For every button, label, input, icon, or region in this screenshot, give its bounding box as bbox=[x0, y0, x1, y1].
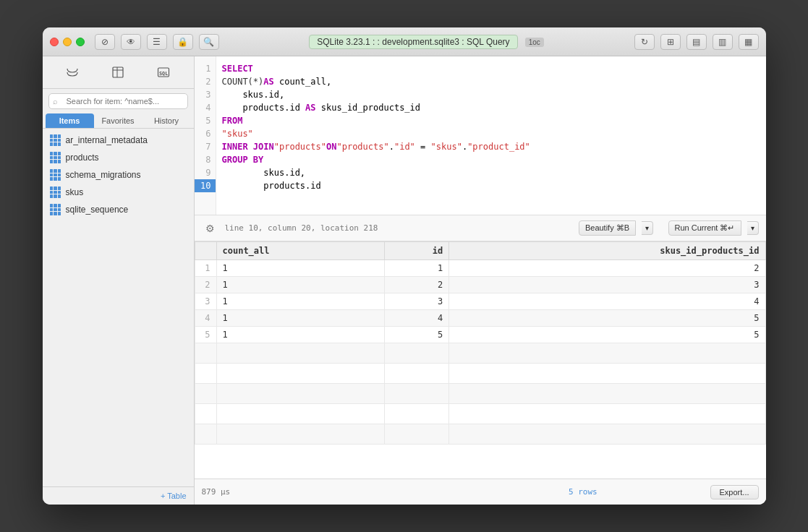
cell-id: 3 bbox=[385, 293, 449, 310]
minimize-button[interactable] bbox=[63, 38, 72, 46]
line-numbers: 1 2 3 4 5 6 7 8 9 10 bbox=[195, 56, 216, 215]
editor-status: line 10, column 20, location 218 bbox=[225, 223, 573, 233]
table-row: 2 1 2 3 bbox=[195, 277, 765, 293]
code-line-8: GROUP BY bbox=[222, 153, 760, 166]
bottom-bar: 879 μs 5 rows Export... bbox=[195, 479, 766, 505]
list-icon[interactable]: ☰ bbox=[147, 34, 167, 50]
search-input[interactable] bbox=[48, 93, 188, 109]
database-icon[interactable] bbox=[62, 62, 82, 82]
panel-right-icon[interactable]: ▦ bbox=[739, 34, 759, 50]
sidebar-item-products[interactable]: products bbox=[43, 149, 194, 166]
sidebar-bottom: + Table bbox=[43, 486, 194, 505]
table-grid-icon bbox=[50, 204, 61, 215]
table-row-empty bbox=[195, 384, 765, 404]
editor-area: 1 2 3 4 5 6 7 8 9 10 SELECT COUNT(*) AS … bbox=[195, 56, 766, 505]
cell-count-all: 1 bbox=[216, 277, 385, 293]
table-grid-icon bbox=[50, 169, 61, 181]
table-row: 1 1 1 2 bbox=[195, 260, 765, 277]
window-title: SQLite 3.23.1 : : development.sqlite3 : … bbox=[225, 35, 629, 49]
code-line-3: skus.id, bbox=[222, 88, 760, 101]
close-button[interactable] bbox=[50, 38, 59, 46]
code-line-4: products.id AS skus_id_products_id bbox=[222, 101, 760, 114]
cell-id: 2 bbox=[385, 277, 449, 293]
eye-icon[interactable]: 👁 bbox=[121, 34, 141, 50]
table-grid-icon bbox=[50, 152, 61, 163]
sql-icon[interactable]: SQL bbox=[153, 62, 174, 82]
main-window: ⊘ 👁 ☰ 🔒 🔍 SQLite 3.23.1 : : development.… bbox=[43, 27, 766, 505]
sidebar-item-sqlite-sequence[interactable]: sqlite_sequence bbox=[43, 201, 194, 218]
run-button[interactable]: Run Current ⌘↵ bbox=[668, 220, 741, 236]
sidebar-icon-row: SQL bbox=[43, 56, 194, 89]
circle-slash-icon[interactable]: ⊘ bbox=[95, 34, 115, 50]
col-header-id: id bbox=[385, 242, 449, 260]
cell-count-all: 1 bbox=[216, 327, 385, 343]
tab-history[interactable]: History bbox=[143, 113, 191, 128]
editor-statusbar: ⚙ line 10, column 20, location 218 Beaut… bbox=[195, 215, 766, 241]
line-num-8: 8 bbox=[195, 153, 216, 166]
sidebar-item-label: ar_internal_metadata bbox=[66, 135, 148, 145]
table-row-empty bbox=[195, 404, 765, 424]
beautify-button[interactable]: Beautify ⌘B bbox=[579, 220, 636, 236]
panel-bottom-icon[interactable]: ▥ bbox=[713, 34, 733, 50]
table-row: 4 1 4 5 bbox=[195, 310, 765, 327]
maximize-button[interactable] bbox=[76, 38, 85, 46]
cell-skus-id: 4 bbox=[449, 293, 765, 310]
code-line-1: SELECT bbox=[222, 62, 760, 75]
table-row: 5 1 5 5 bbox=[195, 327, 765, 343]
code-line-7: INNER JOIN "products" ON "products"."id"… bbox=[222, 140, 760, 153]
lock-icon[interactable]: 🔒 bbox=[173, 34, 193, 50]
search-icon[interactable]: 🔍 bbox=[199, 34, 219, 50]
row-num: 1 bbox=[195, 260, 216, 277]
cell-count-all: 1 bbox=[216, 310, 385, 327]
panel-left-icon[interactable]: ▤ bbox=[686, 34, 707, 50]
sidebar-item-label: schema_migrations bbox=[66, 170, 141, 180]
line-num-10: 10 bbox=[195, 179, 216, 192]
row-num: 4 bbox=[195, 310, 216, 327]
sidebar-item-label: products bbox=[66, 153, 99, 163]
cell-skus-id: 5 bbox=[449, 310, 765, 327]
cell-skus-id: 3 bbox=[449, 277, 765, 293]
tab-favorites[interactable]: Favorites bbox=[94, 113, 143, 128]
cell-id: 1 bbox=[385, 260, 449, 277]
line-num-6: 6 bbox=[195, 127, 216, 140]
add-table-button[interactable]: + Table bbox=[161, 492, 187, 500]
table-icon[interactable] bbox=[108, 62, 128, 82]
export-button[interactable]: Export... bbox=[710, 485, 759, 499]
line-num-5: 5 bbox=[195, 114, 216, 127]
table-row: 3 1 3 4 bbox=[195, 293, 765, 310]
line-num-7: 7 bbox=[195, 140, 216, 153]
results-table: count_all id skus_id_products_id 1 1 1 2 bbox=[195, 241, 766, 479]
data-table: count_all id skus_id_products_id 1 1 1 2 bbox=[195, 241, 766, 445]
sidebar-item-skus[interactable]: skus bbox=[43, 184, 194, 201]
code-line-10: products.id bbox=[222, 179, 760, 192]
sidebar-item-ar-internal-metadata[interactable]: ar_internal_metadata bbox=[43, 132, 194, 149]
refresh-icon[interactable]: ↻ bbox=[634, 34, 655, 50]
row-num: 5 bbox=[195, 327, 216, 343]
line-num-3: 3 bbox=[195, 88, 216, 101]
search-box: ⌕ bbox=[48, 93, 188, 109]
code-line-9: skus.id, bbox=[222, 166, 760, 179]
tab-items[interactable]: Items bbox=[46, 113, 94, 128]
cell-count-all: 1 bbox=[216, 293, 385, 310]
line-num-9: 9 bbox=[195, 166, 216, 179]
table-row-empty bbox=[195, 364, 765, 384]
grid-icon[interactable]: ⊞ bbox=[660, 34, 681, 50]
sidebar-item-schema-migrations[interactable]: schema_migrations bbox=[43, 166, 194, 184]
gear-icon[interactable]: ⚙ bbox=[202, 220, 219, 237]
run-dropdown-button[interactable]: ▾ bbox=[747, 221, 759, 235]
cell-skus-id: 2 bbox=[449, 260, 765, 277]
beautify-dropdown-button[interactable]: ▾ bbox=[642, 221, 653, 235]
cell-id: 5 bbox=[385, 327, 449, 343]
sidebar-tabs: Items Favorites History bbox=[43, 113, 194, 129]
titlebar: ⊘ 👁 ☰ 🔒 🔍 SQLite 3.23.1 : : development.… bbox=[43, 27, 766, 56]
timing-info: 879 μs bbox=[202, 487, 456, 497]
row-count: 5 rows bbox=[456, 487, 710, 497]
code-editor[interactable]: SELECT COUNT(*) AS count_all, skus.id, p… bbox=[216, 56, 766, 215]
col-header-skus-id: skus_id_products_id bbox=[449, 242, 765, 260]
cell-count-all: 1 bbox=[216, 260, 385, 277]
sidebar: SQL ⌕ Items Favorites History bbox=[43, 56, 195, 505]
line-num-4: 4 bbox=[195, 101, 216, 114]
code-line-2: COUNT(*) AS count_all, bbox=[222, 75, 760, 88]
svg-rect-1 bbox=[113, 67, 123, 77]
editor-pane: 1 2 3 4 5 6 7 8 9 10 SELECT COUNT(*) AS … bbox=[195, 56, 766, 215]
